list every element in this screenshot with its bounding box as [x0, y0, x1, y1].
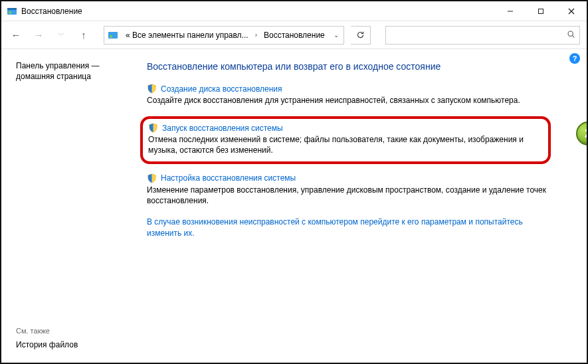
- configure-restore-link[interactable]: Настройка восстановления системы: [161, 173, 296, 183]
- annotation-highlight: Запуск восстановления системы Отмена пос…: [140, 116, 551, 163]
- search-icon[interactable]: [567, 30, 575, 41]
- window: Восстановление ← → ﹀ ↑ « Все элементы па…: [0, 0, 588, 364]
- nav-up-button[interactable]: ↑: [76, 27, 92, 43]
- svg-line-10: [573, 35, 575, 37]
- shield-icon: [148, 123, 158, 133]
- window-controls: [495, 1, 587, 21]
- nav-recent-dropdown[interactable]: ﹀: [53, 27, 69, 43]
- recovery-app-icon: [7, 6, 17, 17]
- titlebar: Восстановление: [1, 1, 587, 21]
- recovery-item-create-drive: Создание диска восстановления Создайте д…: [147, 84, 571, 106]
- window-title: Восстановление: [21, 7, 495, 16]
- nav-back-button[interactable]: ←: [8, 27, 24, 43]
- svg-point-9: [568, 31, 573, 36]
- svg-rect-4: [539, 9, 543, 13]
- configure-restore-desc: Изменение параметров восстановления, упр…: [147, 185, 571, 206]
- sidebar-home-link[interactable]: Панель управления — домашняя страница: [16, 61, 123, 82]
- toolbar: ← → ﹀ ↑ « Все элементы панели управл... …: [1, 21, 587, 49]
- file-history-link[interactable]: История файлов: [16, 340, 123, 349]
- search-box[interactable]: [385, 26, 580, 45]
- breadcrumb-seg-2[interactable]: Восстановление: [260, 27, 329, 44]
- recovery-item-configure-restore: Настройка восстановления системы Изменен…: [147, 173, 571, 206]
- close-button[interactable]: [556, 1, 587, 21]
- page-title: Восстановление компьютера или возврат ег…: [147, 61, 571, 72]
- chevron-right-icon[interactable]: ›: [252, 31, 260, 39]
- sidebar: Панель управления — домашняя страница См…: [1, 49, 131, 363]
- create-recovery-drive-link[interactable]: Создание диска восстановления: [161, 84, 282, 94]
- shield-icon: [147, 84, 157, 94]
- annotation-badge-2: 2: [576, 122, 587, 145]
- body: Панель управления — домашняя страница См…: [1, 49, 587, 363]
- shield-icon: [147, 173, 157, 183]
- search-input[interactable]: [390, 31, 567, 40]
- sidebar-footer: См. также История файлов: [16, 327, 123, 353]
- troubleshoot-link[interactable]: В случае возникновения неисправностей с …: [147, 217, 545, 239]
- create-recovery-drive-desc: Создайте диск восстановления для устране…: [147, 95, 571, 106]
- svg-rect-7: [108, 32, 118, 39]
- nav-forward-button[interactable]: →: [31, 27, 47, 43]
- recovery-path-icon: [106, 28, 120, 43]
- svg-point-8: [110, 35, 112, 38]
- system-restore-desc: Отмена последних изменений в системе; фа…: [148, 134, 541, 155]
- minimize-button[interactable]: [495, 1, 526, 21]
- svg-point-2: [9, 11, 11, 14]
- system-restore-link[interactable]: Запуск восстановления системы: [162, 124, 283, 133]
- breadcrumb-seg-1[interactable]: « Все элементы панели управл...: [122, 27, 252, 44]
- help-badge[interactable]: ?: [569, 53, 580, 64]
- recovery-item-system-restore: Запуск восстановления системы Отмена пос…: [147, 116, 571, 163]
- maximize-button[interactable]: [526, 1, 556, 21]
- svg-rect-1: [7, 8, 17, 10]
- address-bar[interactable]: « Все элементы панели управл... › Восста…: [104, 26, 344, 45]
- main-content: ? Восстановление компьютера или возврат …: [131, 49, 587, 363]
- refresh-button[interactable]: [351, 26, 371, 45]
- address-dropdown-icon[interactable]: ⌄: [329, 31, 343, 39]
- see-also-label: См. также: [16, 327, 123, 335]
